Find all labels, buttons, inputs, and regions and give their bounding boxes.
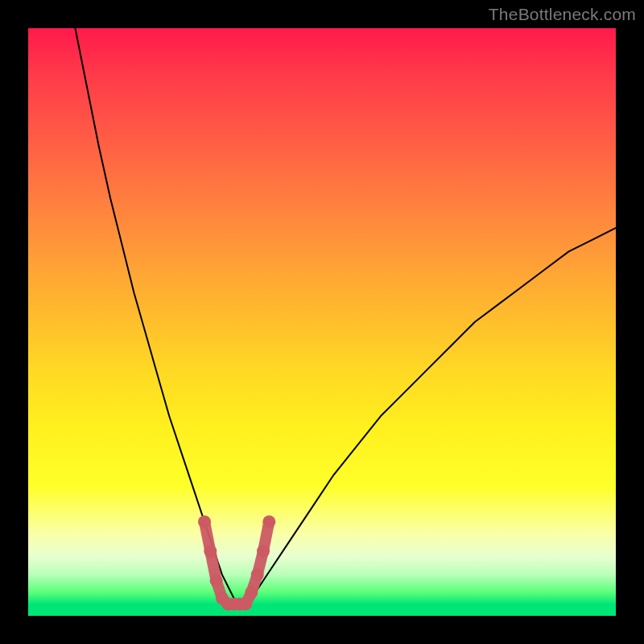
marker-dot: [262, 515, 275, 528]
marker-dot: [245, 586, 258, 599]
marker-dot: [251, 568, 264, 581]
chart-svg: [28, 28, 616, 616]
marker-dot: [204, 545, 217, 558]
bottleneck-curve: [75, 28, 616, 604]
highlighted-points: [198, 515, 275, 610]
chart-frame: TheBottleneck.com: [0, 0, 644, 644]
curve-path: [75, 28, 616, 604]
watermark-text: TheBottleneck.com: [489, 5, 636, 24]
marker-dot: [198, 515, 211, 528]
marker-dot: [210, 574, 223, 587]
marker-dot: [239, 597, 252, 610]
marker-band: [204, 522, 269, 604]
plot-area: [28, 28, 616, 616]
marker-dot: [257, 545, 270, 558]
